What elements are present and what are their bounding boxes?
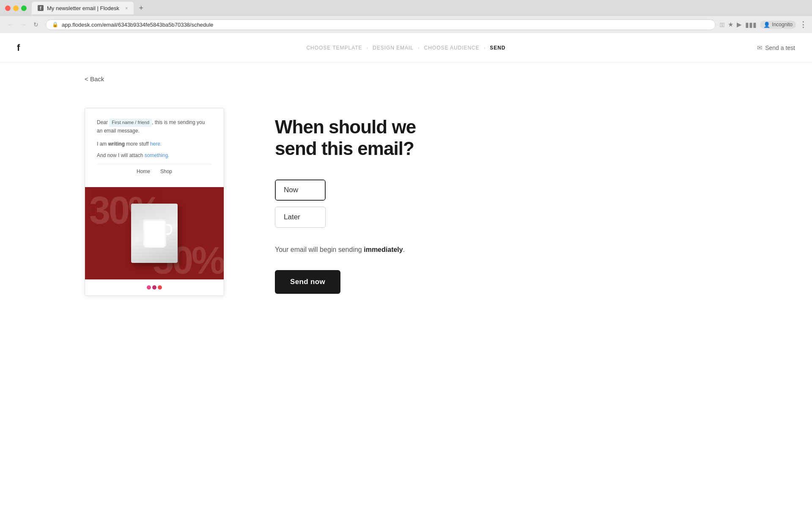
right-panel: When should we send this email? Now Late… bbox=[275, 108, 727, 294]
browser-toolbar-right: 📷⃠ ★ ▶ ▮▮▮ 👤 Incognito ⋮ bbox=[720, 20, 807, 29]
incognito-badge: 👤 Incognito bbox=[760, 21, 796, 29]
top-bar: < Back bbox=[0, 63, 812, 83]
camera-off-icon: 📷⃠ bbox=[720, 21, 724, 28]
send-test-button[interactable]: ✉ Send a test bbox=[757, 44, 795, 52]
question-line2: send this email? bbox=[275, 138, 414, 159]
step-arrow-2: › bbox=[418, 45, 420, 50]
step-design-email[interactable]: DESIGN EMAIL bbox=[373, 45, 414, 51]
dot-dark-pink bbox=[152, 285, 156, 290]
email-preview-body: Dear First name / friend, this is me sen… bbox=[85, 108, 224, 187]
mug-shape bbox=[143, 219, 166, 248]
url-text: app.flodesk.com/email/6343b9334fe5843ba5… bbox=[62, 22, 214, 28]
writing-prefix: I am bbox=[97, 141, 107, 147]
active-tab[interactable]: f My newsletter email | Flodesk × bbox=[32, 2, 134, 14]
more-options-icon[interactable]: ⋮ bbox=[799, 20, 807, 29]
incognito-icon: 👤 bbox=[763, 22, 770, 28]
writing-suffix: more stuff bbox=[126, 141, 148, 147]
send-info-text: Your email will begin sending immediatel… bbox=[275, 245, 727, 255]
step-choose-template[interactable]: CHOOSE TEMPLATE bbox=[306, 45, 362, 51]
send-info-suffix: . bbox=[403, 246, 405, 253]
app-header: f CHOOSE TEMPLATE › DESIGN EMAIL › CHOOS… bbox=[0, 33, 812, 63]
new-tab-button[interactable]: + bbox=[136, 4, 146, 13]
email-preview: Dear First name / friend, this is me sen… bbox=[85, 108, 224, 296]
later-button[interactable]: Later bbox=[275, 207, 326, 228]
tab-close-icon[interactable]: × bbox=[125, 6, 128, 11]
send-test-label: Send a test bbox=[765, 44, 795, 51]
app-container: f CHOOSE TEMPLATE › DESIGN EMAIL › CHOOS… bbox=[0, 33, 812, 508]
app-logo[interactable]: f bbox=[17, 42, 20, 53]
nav-home[interactable]: Home bbox=[137, 168, 150, 174]
browser-titlebar: f My newsletter email | Flodesk × + bbox=[0, 0, 812, 16]
attach-prefix: And now I will attach bbox=[97, 152, 143, 158]
address-bar[interactable]: 🔒 app.flodesk.com/email/6343b9334fe5843b… bbox=[46, 19, 716, 30]
mug-body bbox=[143, 219, 166, 248]
send-info-prefix: Your email will begin sending bbox=[275, 246, 362, 253]
minimize-traffic-light[interactable] bbox=[13, 6, 19, 11]
step-navigation: CHOOSE TEMPLATE › DESIGN EMAIL › CHOOSE … bbox=[306, 45, 505, 51]
nav-shop[interactable]: Shop bbox=[160, 168, 172, 174]
email-nav: Home Shop bbox=[97, 164, 212, 179]
tab-bar: f My newsletter email | Flodesk × + bbox=[32, 2, 794, 14]
mug-card bbox=[131, 204, 178, 263]
lock-icon: 🔒 bbox=[52, 22, 58, 28]
browser-chrome: f My newsletter email | Flodesk × + ← → … bbox=[0, 0, 812, 33]
now-button[interactable]: Now bbox=[275, 179, 326, 201]
send-question-heading: When should we send this email? bbox=[275, 116, 727, 159]
tab-title: My newsletter email | Flodesk bbox=[47, 5, 119, 11]
step-choose-audience[interactable]: CHOOSE AUDIENCE bbox=[424, 45, 480, 51]
email-attach-line: And now I will attach something. bbox=[97, 152, 212, 160]
profile-icon[interactable]: ▶ bbox=[737, 21, 742, 28]
extensions-icon[interactable]: ▮▮▮ bbox=[745, 21, 757, 29]
dear-text: Dear bbox=[97, 119, 108, 125]
step-arrow-3: › bbox=[484, 45, 486, 50]
email-dear-line: Dear First name / friend, this is me sen… bbox=[97, 119, 212, 135]
step-send[interactable]: SEND bbox=[490, 45, 505, 51]
paper-plane-icon: ✉ bbox=[757, 44, 763, 52]
reload-nav-button[interactable]: ↻ bbox=[30, 19, 41, 30]
flodesk-dots bbox=[147, 285, 162, 290]
bookmark-icon[interactable]: ★ bbox=[728, 21, 733, 28]
browser-toolbar: ← → ↻ 🔒 app.flodesk.com/email/6343b9334f… bbox=[0, 16, 812, 33]
tab-favicon: f bbox=[38, 5, 44, 11]
here-link[interactable]: here. bbox=[150, 141, 162, 147]
email-hero: 30% 50% bbox=[85, 187, 224, 279]
step-arrow-1: › bbox=[366, 45, 368, 50]
question-line1: When should we bbox=[275, 116, 416, 137]
maximize-traffic-light[interactable] bbox=[21, 6, 27, 11]
close-traffic-light[interactable] bbox=[5, 6, 11, 11]
writing-bold: writing bbox=[108, 141, 125, 147]
forward-nav-button[interactable]: → bbox=[18, 19, 29, 30]
incognito-label: Incognito bbox=[772, 22, 793, 28]
dot-pink bbox=[147, 285, 151, 290]
something-link[interactable]: something. bbox=[145, 152, 170, 158]
firstname-tag: First name / friend bbox=[109, 119, 152, 127]
schedule-options: Now Later bbox=[275, 179, 727, 228]
mug-handle bbox=[166, 224, 172, 235]
back-button[interactable]: < Back bbox=[85, 75, 104, 83]
send-now-button[interactable]: Send now bbox=[275, 270, 340, 294]
email-writing-line: I am writing more stuff here. bbox=[97, 140, 212, 148]
traffic-lights bbox=[5, 6, 27, 11]
main-content: Dear First name / friend, this is me sen… bbox=[0, 83, 812, 321]
nav-buttons: ← → ↻ bbox=[5, 19, 41, 30]
send-info-bold: immediately bbox=[364, 246, 403, 253]
back-nav-button[interactable]: ← bbox=[5, 19, 16, 30]
dot-red bbox=[158, 285, 162, 290]
email-footer bbox=[85, 279, 224, 295]
